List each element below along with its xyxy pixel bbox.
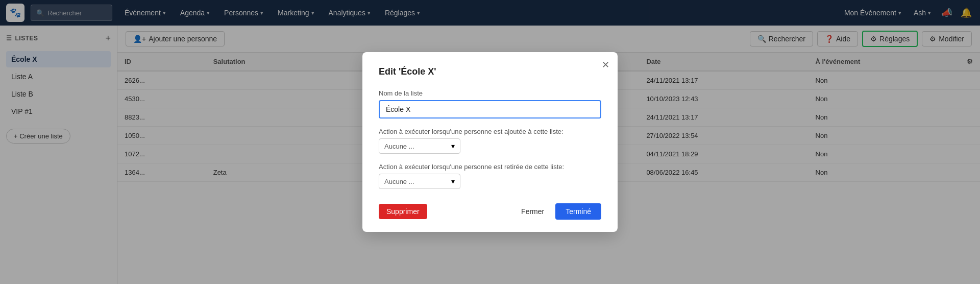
chevron-down-icon: ▾ (451, 142, 455, 150)
modal-title: Edit 'École X' (379, 66, 601, 77)
delete-button[interactable]: Supprimer (379, 204, 427, 219)
action-add-select[interactable]: Aucune ... (384, 143, 446, 150)
list-name-label: Nom de la liste (379, 89, 601, 97)
action-remove-select-wrapper[interactable]: Aucune ... ▾ (379, 174, 460, 189)
form-group-action-add: Action à exécuter lorsqu'une personne es… (379, 128, 601, 154)
action-remove-select[interactable]: Aucune ... (384, 178, 446, 185)
edit-list-modal: Edit 'École X' ✕ Nom de la liste Action … (362, 52, 618, 232)
cancel-button[interactable]: Fermer (516, 204, 549, 219)
modal-close-button[interactable]: ✕ (602, 60, 609, 69)
modal-actions: Supprimer Fermer Terminé (379, 203, 601, 220)
list-name-input[interactable] (379, 100, 601, 119)
form-group-action-remove: Action à exécuter lorsqu'une personne es… (379, 163, 601, 189)
modal-actions-right: Fermer Terminé (516, 203, 601, 220)
modal-overlay[interactable]: Edit 'École X' ✕ Nom de la liste Action … (0, 0, 980, 284)
chevron-down-icon: ▾ (451, 177, 455, 185)
action-remove-label: Action à exécuter lorsqu'une personne es… (379, 163, 601, 171)
action-add-select-wrapper[interactable]: Aucune ... ▾ (379, 138, 460, 154)
form-group-name: Nom de la liste (379, 89, 601, 119)
done-button[interactable]: Terminé (555, 203, 601, 220)
action-add-label: Action à exécuter lorsqu'une personne es… (379, 128, 601, 135)
